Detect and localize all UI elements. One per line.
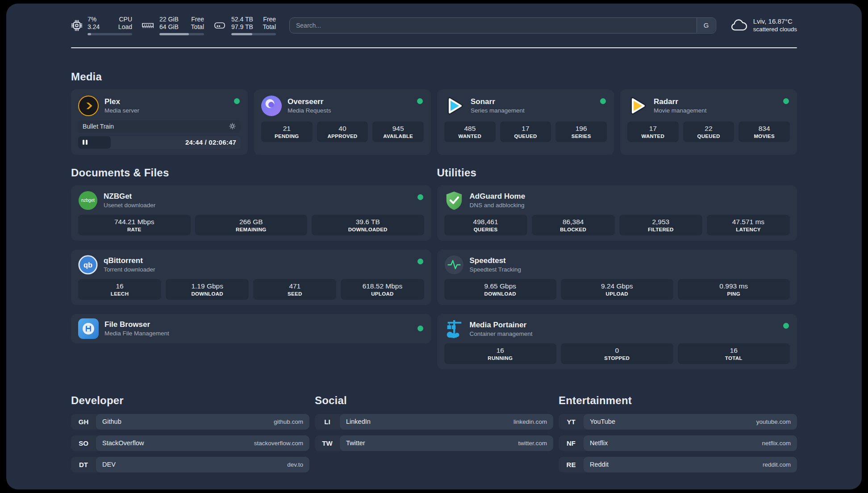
bookmarks-developer: Developer GH Githubgithub.com SO StackOv… [71, 394, 309, 478]
bookmark-twitter[interactable]: TW Twittertwitter.com [315, 435, 553, 451]
pause-button[interactable] [83, 140, 88, 145]
app-title: Speedtest [470, 256, 522, 266]
svg-text:nzbget: nzbget [81, 198, 95, 203]
stat-box: 196SERIES [555, 121, 607, 142]
app-card-speedtest[interactable]: Speedtest Speedtest Tracking 9.65 GbpsDO… [437, 250, 797, 305]
plex-icon [78, 96, 99, 116]
section-header-developer: Developer [71, 394, 309, 407]
app-subtitle: Usenet downloader [104, 201, 155, 209]
section-header-social: Social [315, 394, 553, 407]
stat-box: 266 GBREMAINING [195, 215, 308, 235]
cpu-stat: 7%3.24 CPULoad [71, 16, 132, 35]
disk-icon [213, 20, 226, 31]
cloud-icon [730, 19, 747, 32]
topbar-divider [71, 47, 797, 48]
search-bar: G [289, 17, 716, 33]
memory-label: Free [191, 16, 204, 23]
bookmark-url: linkedin.com [513, 418, 547, 425]
bookmark-name: Twitter [346, 439, 365, 447]
app-title: Media Portainer [470, 320, 533, 330]
app-title: Radarr [654, 97, 707, 107]
bookmark-stackoverflow[interactable]: SO StackOverflowstackoverflow.com [71, 435, 309, 451]
bookmark-name: Github [102, 418, 121, 425]
status-dot [417, 194, 423, 200]
status-dot [417, 326, 423, 331]
sonarr-icon [444, 96, 465, 116]
stat-box: 0STOPPED [561, 343, 673, 364]
app-subtitle: Container management [470, 330, 533, 338]
bookmark-github[interactable]: GH Githubgithub.com [71, 414, 309, 430]
app-card-radarr[interactable]: Radarr Movie management 17WANTED 22QUEUE… [620, 89, 797, 155]
bookmark-url: reddit.com [763, 461, 791, 468]
app-title: AdGuard Home [470, 192, 526, 201]
stat-box: 9.24 GbpsUPLOAD [561, 279, 673, 300]
bookmark-netflix[interactable]: NF Netflixnetflix.com [559, 435, 797, 451]
bookmark-abbr: LI [315, 414, 340, 430]
stat-box: 485WANTED [444, 121, 496, 142]
app-card-overseerr[interactable]: Overseerr Media Requests 21PENDING 40APP… [254, 89, 431, 155]
app-card-adguard[interactable]: AdGuard Home DNS and adblocking 498,461Q… [437, 185, 797, 241]
stat-box: 744.21 MbpsRATE [78, 215, 191, 235]
cpu-load: 3.24 [88, 23, 100, 31]
bookmark-reddit[interactable]: RE Redditreddit.com [559, 457, 797, 472]
weather-widget: Lviv, 16.87°C scattered clouds [730, 17, 797, 33]
adguard-icon [444, 191, 464, 210]
app-card-qbittorrent[interactable]: qb qBittorrent Torrent downloader 16LEEC… [71, 250, 431, 305]
bookmark-name: Reddit [590, 461, 609, 468]
weather-location: Lviv, 16.87°C [753, 17, 797, 25]
search-engine-button[interactable]: G [697, 18, 715, 33]
cpu-icon [71, 20, 83, 31]
bookmark-youtube[interactable]: YT YouTubeyoutube.com [559, 414, 797, 430]
stat-box: 2,953FILTERED [619, 215, 702, 235]
radarr-icon [627, 96, 648, 116]
cpu-label: CPU [118, 16, 132, 23]
overseerr-icon [261, 96, 282, 116]
bookmark-name: DEV [102, 461, 116, 468]
app-card-sonarr[interactable]: Sonarr Series management 485WANTED 17QUE… [437, 89, 614, 155]
app-card-filebrowser[interactable]: File Browser Media File Management [71, 314, 431, 343]
app-subtitle: Series management [471, 107, 525, 114]
stat-box: 17WANTED [627, 121, 679, 142]
stat-box: 17QUEUED [500, 121, 551, 142]
system-stats: 7%3.24 CPULoad 22 GiB64 GiB FreeTotal [71, 16, 276, 35]
bookmarks-entertainment: Entertainment YT YouTubeyoutube.com NF N… [559, 394, 797, 478]
stat-box: 22QUEUED [683, 121, 734, 142]
section-header-media: Media [71, 71, 797, 83]
app-title: File Browser [104, 320, 169, 330]
topbar: 7%3.24 CPULoad 22 GiB64 GiB FreeTotal [71, 16, 797, 35]
stat-box: 16RUNNING [444, 343, 557, 364]
bookmark-url: twitter.com [518, 440, 547, 447]
bookmark-name: LinkedIn [346, 418, 371, 425]
ram-icon [141, 20, 154, 31]
bookmark-linkedin[interactable]: LI LinkedInlinkedin.com [315, 414, 553, 430]
stat-box: 471SEED [253, 279, 336, 300]
search-input[interactable] [289, 17, 716, 33]
bookmark-abbr: TW [315, 435, 340, 451]
bookmark-abbr: NF [559, 435, 584, 451]
app-card-portainer[interactable]: Media Portainer Container management 16R… [437, 314, 797, 369]
section-header-documents: Documents & Files [71, 167, 431, 179]
stat-box: 834MOVIES [739, 121, 790, 142]
svg-text:qb: qb [83, 260, 92, 268]
status-dot [417, 259, 423, 264]
memory-stat: 22 GiB64 GiB FreeTotal [141, 16, 204, 35]
bookmarks-social: Social LI LinkedInlinkedin.com TW Twitte… [315, 394, 553, 478]
speedtest-icon [444, 255, 464, 275]
section-header-utilities: Utilities [437, 167, 797, 179]
utilities-column: Utilities AdGuard Home DNS and adblockin… [437, 167, 797, 369]
bookmark-name: Netflix [590, 439, 608, 447]
bookmark-abbr: SO [71, 435, 96, 451]
cpu-label2: Load [118, 23, 132, 31]
bookmark-dev[interactable]: DT DEVdev.to [71, 457, 309, 472]
status-dot [417, 98, 423, 104]
qbittorrent-icon: qb [78, 255, 98, 275]
disk-label: Free [263, 16, 276, 23]
bookmark-name: StackOverflow [102, 439, 144, 447]
app-subtitle: Speedtest Tracking [470, 266, 522, 273]
app-subtitle: Torrent downloader [104, 266, 155, 273]
app-card-plex[interactable]: Plex Media server Bullet Train 24:44 / 0… [71, 89, 248, 155]
stat-box: 21PENDING [261, 121, 313, 142]
app-card-nzbget[interactable]: nzbget NZBGet Usenet downloader 744.21 M… [71, 185, 431, 241]
gear-icon[interactable] [229, 122, 236, 130]
app-subtitle: Movie management [654, 107, 707, 114]
